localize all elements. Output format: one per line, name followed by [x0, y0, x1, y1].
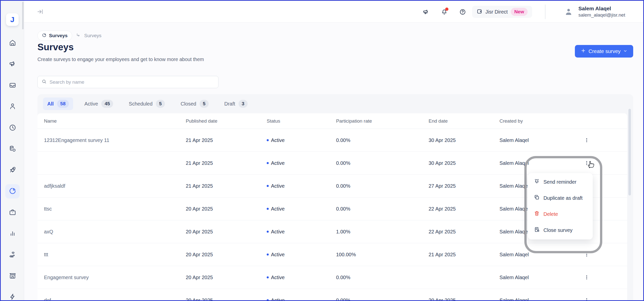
sidebar-scrollbar[interactable]	[22, 2, 24, 29]
branch-arrow-icon	[76, 33, 81, 39]
user-name: Salem Alaqel	[578, 5, 625, 12]
sidebar-item-marketplace[interactable]	[5, 269, 20, 283]
sidebar-item-automations[interactable]	[5, 290, 20, 301]
jisr-logo[interactable]: J	[6, 13, 19, 26]
status-badge: Active	[267, 229, 336, 235]
row-actions-kebab[interactable]	[581, 249, 592, 260]
tab-all[interactable]: All 58	[43, 97, 73, 110]
table-scrollbar[interactable]	[628, 109, 631, 195]
wallet-icon	[477, 9, 482, 15]
status-dot	[267, 254, 269, 256]
menu-item-delete[interactable]: Delete	[528, 206, 593, 222]
sidebar-item-payroll[interactable]	[5, 142, 20, 156]
pie-chart-icon	[42, 33, 47, 38]
status-dot	[267, 231, 269, 233]
filter-tabs: All 58 Active 45 Scheduled 5 Closed 5 Dr…	[43, 94, 252, 113]
app-window: J	[0, 0, 644, 301]
breadcrumb-root[interactable]: Surveys	[37, 31, 72, 41]
search-input[interactable]	[50, 79, 214, 85]
status-badge: Active	[267, 275, 336, 280]
tab-closed[interactable]: Closed 5	[176, 97, 213, 110]
bar-chart-icon	[9, 230, 16, 238]
lightning-icon	[9, 293, 16, 301]
breadcrumb: Surveys Surveys	[37, 31, 102, 41]
help-icon[interactable]	[459, 9, 466, 16]
tab-active[interactable]: Active 45	[80, 97, 118, 110]
jisr-direct-button[interactable]: Jisr Direct New	[472, 6, 532, 18]
sidebar-item-announcements[interactable]	[5, 57, 20, 71]
menu-item-duplicate-as-draft[interactable]: Duplicate as draft	[528, 190, 593, 206]
notifications-bell-icon[interactable]	[441, 9, 448, 16]
row-actions-kebab[interactable]	[581, 135, 592, 146]
copy-icon	[534, 194, 540, 202]
table-row[interactable]: ttt 20 Apr 2025 Active 100.00% 21 Apr 20…	[37, 243, 627, 266]
user-menu[interactable]: Salem Alaqel salem_alaqel@jisr.net	[578, 5, 625, 18]
rocket-icon	[9, 166, 16, 175]
column-header-name: Name	[44, 118, 186, 124]
table-header: Name Published date Status Participation…	[37, 113, 627, 129]
person-icon	[9, 103, 16, 111]
status-dot	[267, 185, 269, 187]
tab-count-badge: 5	[156, 100, 165, 108]
status-badge: Active	[267, 137, 336, 143]
jisr-direct-label: Jisr Direct	[485, 9, 508, 15]
user-email: salem_alaqel@jisr.net	[578, 12, 625, 18]
row-context-menu: Send reminder Duplicate as draft Delete …	[528, 173, 593, 239]
column-header-created-by: Created by	[499, 118, 583, 124]
sidebar-item-benefits[interactable]	[5, 248, 20, 262]
row-actions-kebab[interactable]	[581, 295, 592, 301]
sidebar-item-attendance[interactable]	[5, 121, 20, 135]
table-row[interactable]: 12312Engagement survey 11 21 Apr 2025 Ac…	[37, 129, 627, 152]
page-subtitle: Create surveys to engage your employees …	[37, 57, 204, 62]
storefront-icon	[9, 272, 16, 280]
sidebar-item-inbox[interactable]	[5, 78, 20, 93]
table-row[interactable]: Engagement survey 20 Apr 2025 Active 0.0…	[37, 266, 627, 289]
column-header-status: Status	[267, 118, 336, 124]
tab-scheduled[interactable]: Scheduled 5	[124, 97, 169, 110]
new-badge: New	[511, 8, 528, 16]
row-actions-kebab[interactable]	[581, 272, 592, 283]
pie-chart-icon	[9, 187, 16, 196]
page-title: Surveys	[37, 42, 74, 53]
clock-icon	[9, 124, 16, 132]
status-dot	[267, 276, 269, 278]
expand-sidebar-icon[interactable]	[37, 8, 43, 16]
bell-ring-icon	[534, 178, 540, 185]
column-header-published: Published date	[186, 118, 267, 124]
tab-count-badge: 5	[200, 100, 209, 108]
sidebar-item-employees[interactable]	[5, 99, 20, 114]
tab-count-badge: 45	[101, 100, 113, 108]
chevron-down-icon	[623, 48, 627, 54]
sidebar-item-reports[interactable]	[5, 227, 20, 241]
coins-icon	[9, 145, 16, 154]
megaphone-icon	[9, 60, 16, 69]
menu-item-close-survey[interactable]: Close survey	[528, 222, 593, 238]
tab-count-badge: 3	[239, 100, 248, 108]
hand-heart-icon	[9, 251, 16, 259]
sidebar-item-onboarding[interactable]	[5, 163, 20, 177]
search-box	[37, 76, 218, 88]
announcements-icon[interactable]	[423, 9, 429, 16]
search-icon	[41, 79, 47, 85]
tab-draft[interactable]: Draft 3	[220, 97, 252, 110]
status-dot	[267, 162, 269, 164]
status-badge: Active	[267, 297, 336, 301]
tab-count-badge: 58	[57, 100, 69, 108]
table-row[interactable]: 21 Apr 2025 Active 0.00% 30 Apr 2025 Sal…	[37, 152, 627, 175]
inbox-icon	[9, 81, 16, 90]
row-actions-kebab[interactable]	[581, 158, 592, 169]
user-avatar[interactable]	[564, 7, 573, 17]
sidebar-item-surveys[interactable]	[5, 184, 20, 198]
sidebar-item-jobs[interactable]	[5, 206, 20, 220]
table-row[interactable]: def 20 Apr 2025 Active 0.00% 20 Apr 2025…	[37, 289, 627, 301]
breadcrumb-current: Surveys	[84, 33, 102, 38]
create-survey-button[interactable]: Create survey	[575, 45, 633, 58]
briefcase-icon	[9, 209, 16, 217]
status-badge: Active	[267, 252, 336, 258]
column-header-end: End date	[429, 118, 499, 124]
plus-icon	[581, 48, 586, 55]
sidebar-item-home[interactable]	[5, 36, 20, 50]
topbar-divider	[545, 5, 545, 19]
menu-item-send-reminder[interactable]: Send reminder	[528, 174, 593, 190]
trash-icon	[534, 211, 540, 218]
